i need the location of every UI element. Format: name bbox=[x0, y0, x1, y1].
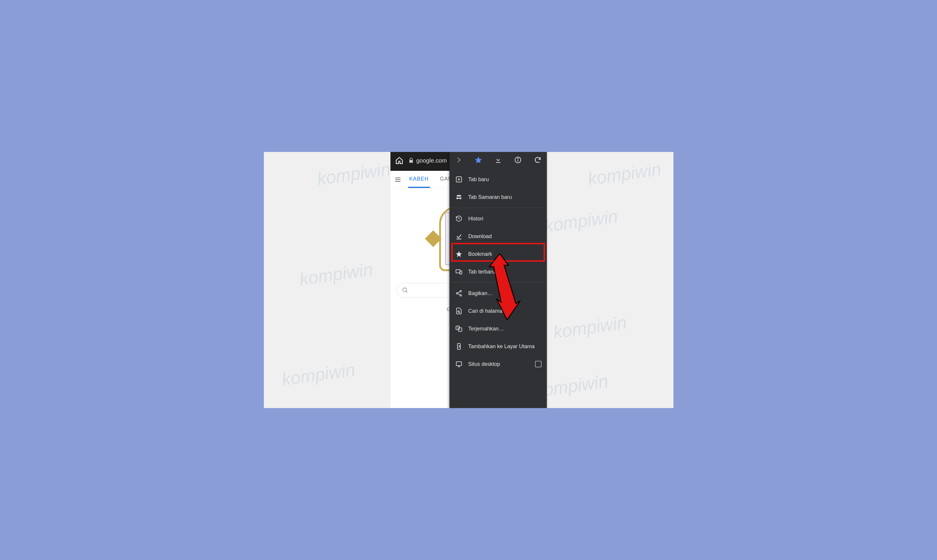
menu-label: Histori bbox=[468, 216, 483, 222]
svg-line-20 bbox=[458, 291, 460, 293]
svg-point-12 bbox=[459, 197, 461, 199]
menu-label: Terjemahkan… bbox=[468, 326, 504, 332]
star-icon bbox=[455, 250, 463, 258]
menu-add-home[interactable]: Tambahkan ke Layar Utama bbox=[449, 337, 547, 355]
menu-share[interactable]: Bagikan… bbox=[449, 285, 547, 302]
svg-line-23 bbox=[459, 312, 460, 313]
menu-icon[interactable] bbox=[391, 176, 405, 183]
watermark: kompiwin bbox=[543, 206, 619, 236]
svg-rect-15 bbox=[456, 270, 460, 273]
menu-new-tab[interactable]: Tab baru bbox=[449, 171, 547, 188]
add-to-home-icon bbox=[455, 342, 463, 351]
menu-bookmark[interactable]: Bookmark bbox=[449, 245, 547, 263]
lock-icon bbox=[408, 158, 414, 163]
translate-icon: G bbox=[455, 325, 463, 333]
history-icon bbox=[455, 214, 463, 223]
desktop-site-checkbox[interactable] bbox=[535, 361, 542, 367]
svg-rect-28 bbox=[456, 362, 462, 366]
menu-incognito[interactable]: Tab Samaran baru bbox=[449, 188, 547, 206]
menu-label: Download bbox=[468, 233, 492, 240]
mobile-screenshot: google.com KABEH GAM GO bbox=[391, 150, 547, 410]
menu-label: Tab Samaran baru bbox=[468, 194, 512, 200]
tab-all[interactable]: KABEH bbox=[408, 171, 430, 188]
star-icon[interactable] bbox=[473, 155, 483, 165]
watermark: kompiwin bbox=[587, 159, 663, 189]
menu-recent-tabs[interactable]: Tab terbaru bbox=[449, 263, 547, 281]
svg-point-22 bbox=[458, 311, 459, 312]
info-icon[interactable] bbox=[513, 155, 523, 165]
url-text: google.com bbox=[416, 157, 447, 164]
watermark: kompiwin bbox=[552, 312, 628, 343]
menu-divider bbox=[449, 282, 547, 283]
refresh-icon[interactable] bbox=[533, 155, 543, 165]
chrome-menu: Tab baru Tab Samaran baru Histori Downlo… bbox=[449, 150, 547, 410]
menu-divider bbox=[449, 208, 547, 208]
menu-label: Bagikan… bbox=[468, 290, 493, 297]
tab-row: KABEH GAM bbox=[405, 171, 454, 188]
menu-download[interactable]: Download bbox=[449, 228, 547, 245]
menu-label: Tambahkan ke Layar Utama bbox=[468, 343, 535, 350]
download-icon[interactable] bbox=[493, 155, 503, 165]
svg-line-4 bbox=[406, 291, 407, 293]
menu-label: Tab baru bbox=[468, 177, 489, 183]
svg-point-11 bbox=[456, 197, 458, 199]
plus-square-icon bbox=[455, 175, 463, 183]
incognito-icon bbox=[455, 193, 463, 201]
screenshot-frame: kompiwin kompiwin kompiwin kompiwin komp… bbox=[262, 150, 675, 410]
svg-text:G: G bbox=[457, 327, 458, 329]
check-underline-icon bbox=[455, 232, 463, 240]
menu-topbar bbox=[449, 150, 547, 169]
menu-history[interactable]: Histori bbox=[449, 210, 547, 228]
watermark: kompiwin bbox=[298, 259, 374, 289]
menu-list: Tab baru Tab Samaran baru Histori Downlo… bbox=[449, 169, 547, 374]
menu-label: Situs desktop bbox=[468, 361, 500, 367]
search-icon bbox=[402, 287, 408, 294]
menu-find[interactable]: Cari di halaman bbox=[449, 302, 547, 320]
forward-icon[interactable] bbox=[454, 155, 464, 165]
devices-icon bbox=[455, 268, 463, 276]
svg-point-3 bbox=[403, 288, 406, 292]
watermark: kompiwin bbox=[280, 359, 356, 390]
menu-label: Bookmark bbox=[468, 251, 492, 257]
share-icon bbox=[455, 289, 463, 297]
desktop-icon bbox=[455, 360, 463, 368]
menu-label: Cari di halaman bbox=[468, 308, 506, 314]
home-icon[interactable] bbox=[393, 155, 405, 166]
svg-point-7 bbox=[517, 158, 518, 159]
menu-desktop-site[interactable]: Situs desktop bbox=[449, 355, 547, 373]
svg-line-21 bbox=[458, 294, 460, 295]
watermark: kompiwin bbox=[316, 159, 392, 189]
menu-translate[interactable]: G Terjemahkan… bbox=[449, 320, 547, 337]
find-in-page-icon bbox=[455, 307, 463, 315]
menu-label: Tab terbaru bbox=[468, 269, 495, 275]
